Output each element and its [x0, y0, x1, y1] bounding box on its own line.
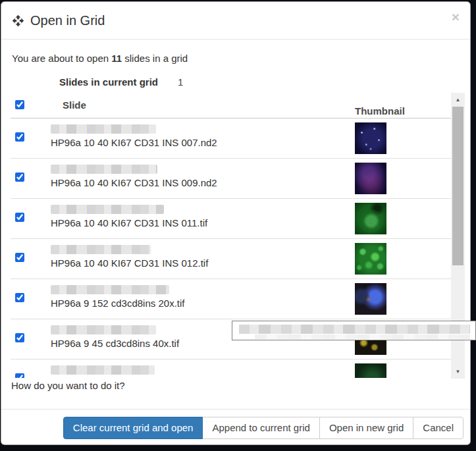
current-grid-value: 1: [178, 76, 183, 88]
intro-prefix: You are about to open: [12, 53, 111, 64]
slide-name: HP96a 10 40 KI67 CD31 INS 011.tif: [51, 217, 207, 228]
table-row: HP96a 9 152 cd3cd8ins 20x.tif: [11, 279, 452, 319]
dialog-title: Open in Grid: [12, 13, 105, 28]
close-icon[interactable]: ×: [452, 10, 460, 24]
row-checkbox[interactable]: [15, 213, 24, 222]
slide-thumbnail: [355, 243, 386, 275]
question-text: How do you want to do it?: [11, 380, 125, 391]
row-checkbox[interactable]: [15, 333, 24, 342]
scroll-up-icon[interactable]: ▲: [451, 93, 465, 105]
scrollbar-thumb[interactable]: [452, 107, 463, 265]
table-header-row: Slide Thumbnail: [11, 93, 452, 119]
slide-count: 11: [111, 53, 122, 64]
column-header-thumbnail: Thumbnail: [355, 105, 405, 117]
slide-cell: HP96a 9 45 cd3cd8ins 40x.tif: [51, 325, 179, 349]
dialog-title-text: Open in Grid: [30, 13, 105, 28]
slide-cell: HP96a 9 152 cd3cd8ins 20x.tif: [51, 285, 184, 309]
current-grid-label: Slides in current grid: [59, 76, 158, 88]
redacted-tooltip-text-line2: [255, 334, 470, 339]
redacted-slide-label: [51, 245, 151, 254]
slide-thumbnail: [355, 122, 386, 154]
slide-cell: HP96a 10 40 KI67 CD31 INS 009.nd2: [51, 165, 217, 188]
intro-suffix: slides in a grid: [122, 53, 188, 64]
select-all-checkbox[interactable]: [15, 100, 24, 109]
cancel-button[interactable]: Cancel: [413, 417, 463, 439]
redacted-slide-label: [51, 285, 169, 294]
slide-thumbnail: [355, 283, 386, 315]
open-in-new-grid-button[interactable]: Open in new grid: [319, 417, 413, 439]
redacted-slide-label: [51, 165, 157, 174]
slide-name: HP96a 10 40 KI67 CD31 INS 007.nd2: [51, 137, 217, 148]
slide-name: HP96a 9 152 cd3cd8ins 20x.tif: [51, 298, 184, 309]
row-checkbox[interactable]: [15, 253, 24, 262]
filename-tooltip: [232, 321, 476, 340]
slide-name: HP96a 10 40 KI67 CD31 INS 012.tif: [51, 257, 208, 269]
slide-cell: HP96a 10 40 KI67 CD31 INS 007.nd2: [51, 124, 217, 148]
slide-cell: HP96a 10 40 KI67 CD31 INS 012.tif: [51, 245, 208, 269]
slide-name: HP96a 9 45 cd3cd8ins 40x.tif: [51, 338, 179, 349]
row-checkbox[interactable]: [15, 293, 24, 302]
dialog-header: Open in Grid ×: [1, 2, 470, 40]
intro-text: You are about to open 11 slides in a gri…: [12, 53, 188, 64]
clear-grid-and-open-button[interactable]: Clear current grid and open: [63, 417, 203, 439]
row-checkbox[interactable]: [15, 373, 24, 378]
slide-name: HP96a 10 40 KI67 CD31 INS 009.nd2: [51, 177, 217, 188]
open-in-grid-dialog: Open in Grid × You are about to open 11 …: [1, 1, 471, 445]
redacted-slide-label: [51, 205, 164, 214]
redacted-slide-label: [51, 325, 156, 334]
redacted-tooltip-text: [239, 325, 470, 334]
table-row: HP96a 10 40 KI67 CD31 INS 007.nd2: [11, 119, 452, 159]
table-row: [11, 359, 452, 378]
move-icon[interactable]: [12, 14, 24, 27]
scroll-down-icon[interactable]: ▼: [451, 365, 465, 377]
slide-cell: [51, 365, 155, 375]
redacted-slide-label: [51, 365, 155, 375]
slide-thumbnail: [355, 363, 386, 378]
table-row: HP96a 10 40 KI67 CD31 INS 011.tif: [11, 199, 452, 239]
append-to-grid-button[interactable]: Append to current grid: [202, 417, 319, 439]
slide-thumbnail: [355, 163, 386, 194]
column-header-slide: Slide: [63, 99, 86, 111]
slide-cell: HP96a 10 40 KI67 CD31 INS 011.tif: [51, 205, 207, 228]
slide-thumbnail: [355, 203, 386, 234]
row-checkbox[interactable]: [15, 172, 24, 182]
table-row: HP96a 10 40 KI67 CD31 INS 009.nd2: [11, 159, 452, 199]
table-row: HP96a 10 40 KI67 CD31 INS 012.tif: [11, 239, 452, 279]
redacted-slide-label: [51, 124, 156, 134]
dialog-footer: Clear current grid and open Append to cu…: [1, 409, 470, 445]
row-checkbox[interactable]: [15, 132, 24, 142]
